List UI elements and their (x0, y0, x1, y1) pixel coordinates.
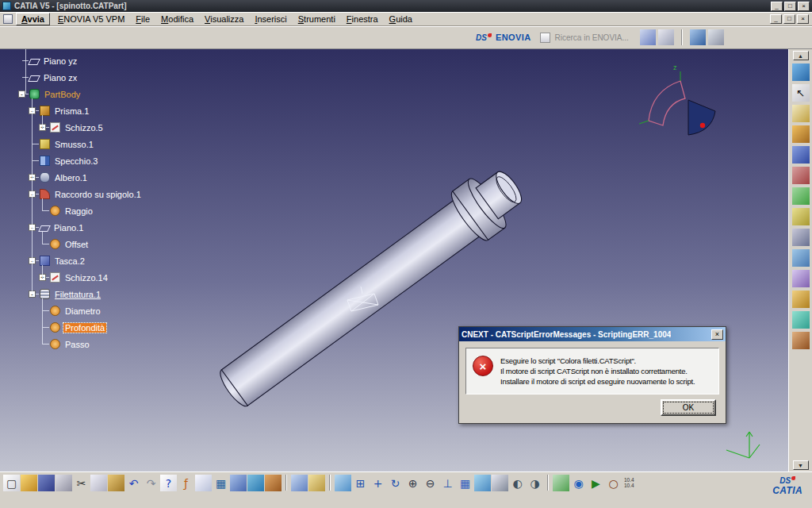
formula-icon[interactable]: ƒ (178, 475, 194, 491)
tree-item[interactable]: Profondità (29, 319, 143, 336)
menu-modifica[interactable]: Modifica (155, 13, 199, 25)
iso-view-icon[interactable] (474, 475, 491, 491)
menu-visualizza[interactable]: Visualizza (199, 13, 249, 25)
www-icon[interactable]: ◉ (570, 475, 587, 491)
open-folder-icon[interactable] (21, 475, 37, 491)
swap-space-icon[interactable]: ◑ (527, 475, 543, 491)
enovia-transfer-icon[interactable] (690, 29, 706, 45)
title-bar[interactable]: CATIA V5 - [spinotto.CATPart] _ □ × (0, 0, 812, 12)
tree-item[interactable]: Offset (29, 236, 143, 252)
enovia-search-field[interactable]: Ricerca in ENOVIA... (540, 33, 628, 43)
tree-item[interactable]: Diametro (29, 302, 143, 319)
graph-tree-icon[interactable] (553, 475, 569, 491)
minimize-button[interactable]: _ (771, 2, 783, 11)
toolbar-scroll-down-icon[interactable]: ▼ (793, 460, 809, 470)
chamfer-icon[interactable] (792, 208, 810, 225)
save-icon[interactable] (38, 475, 55, 491)
tree-item[interactable]: +Schizzo.14 (29, 269, 143, 286)
enovia-window-icon[interactable] (658, 29, 674, 45)
menu-inserisci[interactable]: Inserisci (249, 13, 292, 25)
new-document-icon[interactable]: ▢ (3, 475, 20, 491)
tree-item[interactable]: -Piano.1 (29, 219, 143, 236)
measure-scale-icon[interactable] (247, 475, 264, 491)
multi-view-icon[interactable]: ▦ (457, 475, 473, 491)
play-icon[interactable]: ▶ (588, 475, 604, 491)
pan-icon[interactable]: + (370, 475, 386, 491)
tree-guide-line (42, 232, 43, 244)
hole-icon[interactable] (792, 229, 810, 246)
tree-item[interactable]: +Albero.1 (29, 169, 143, 186)
view-globe-icon[interactable] (792, 64, 810, 81)
copy-icon[interactable] (90, 475, 107, 491)
tree-item[interactable]: -Raccordo su spigolo.1 (29, 186, 143, 202)
tree-expand-toggle[interactable]: - (18, 90, 25, 98)
catalog-icon[interactable] (792, 332, 810, 349)
zoom-in-icon[interactable]: ⊕ (404, 475, 421, 491)
catalog-book-icon[interactable] (265, 475, 282, 491)
pocket-icon[interactable] (792, 146, 810, 164)
tree-item[interactable]: Piano zx (29, 69, 143, 86)
pattern-icon[interactable] (792, 270, 810, 287)
shaft-icon[interactable] (792, 167, 810, 184)
fit-all-icon[interactable]: ⊞ (352, 475, 369, 491)
maximize-button[interactable]: □ (784, 2, 796, 11)
ruler-icon[interactable] (308, 475, 325, 491)
tree-item[interactable]: -Filettatura.1 (29, 286, 143, 302)
paste-icon[interactable] (108, 475, 124, 491)
zoom-out-icon[interactable]: ⊖ (422, 475, 439, 491)
sketcher-icon[interactable] (792, 105, 810, 122)
design-table-icon[interactable]: ▦ (213, 475, 229, 491)
dialog-title-bar[interactable]: CNEXT - CATScriptErrorMessages - Scripti… (459, 327, 726, 341)
tree-item[interactable]: -Tasca.2 (29, 252, 143, 269)
tree-item[interactable]: Raggio (29, 202, 143, 219)
menu-avvia[interactable]: Avvia (16, 13, 50, 25)
mdi-restore-button[interactable]: □ (783, 14, 795, 24)
search-option-icon[interactable] (540, 33, 550, 43)
menu-enovia-v5-vpm[interactable]: ENOVIA V5 VPM (52, 13, 130, 25)
view-compass[interactable]: z (639, 64, 715, 135)
structure-icon[interactable] (230, 475, 247, 491)
menu-strumenti[interactable]: Strumenti (293, 13, 341, 25)
redo-icon[interactable]: ↷ (143, 475, 159, 491)
toolbar-scroll-up-icon[interactable]: ▲ (793, 51, 809, 60)
tree-branch-line (33, 160, 39, 161)
fillet-icon[interactable] (792, 187, 810, 205)
tree-item[interactable]: Piano yz (29, 52, 143, 69)
menu-guida[interactable]: Guida (384, 13, 418, 25)
enovia-advanced-search-icon[interactable] (640, 29, 656, 45)
mdi-close-button[interactable]: × (797, 14, 809, 24)
select-arrow-icon[interactable]: ↖ (792, 84, 810, 102)
hide-show-icon[interactable]: ◐ (509, 475, 526, 491)
fly-mode-icon[interactable] (335, 475, 351, 491)
compass-tool-icon[interactable]: ○ (605, 475, 622, 491)
document-system-icon[interactable] (3, 14, 13, 24)
tree-item[interactable]: +Schizzo.5 (29, 119, 143, 136)
mirror-icon[interactable] (792, 249, 810, 267)
menu-file[interactable]: File (130, 13, 155, 25)
compass-handle-dot[interactable] (700, 123, 705, 128)
ok-button[interactable]: OK (661, 399, 716, 416)
tree-item[interactable]: Passo (29, 336, 143, 352)
tree-item[interactable]: -Prisma.1 (29, 102, 143, 119)
tree-item[interactable]: Smusso.1 (29, 136, 143, 152)
viewport-3d[interactable]: z Piano yzPiano zx-PartBody-Prisma.1+Sch… (0, 49, 788, 471)
mdi-minimize-button[interactable]: _ (770, 14, 782, 24)
measure-icon[interactable] (792, 291, 810, 308)
normal-view-icon[interactable]: ⊥ (439, 475, 456, 491)
dialog-close-icon[interactable]: × (711, 329, 723, 340)
rotate-icon[interactable]: ↻ (387, 475, 404, 491)
axis-system-icon[interactable] (792, 311, 810, 329)
tree-item[interactable]: -PartBody (29, 86, 143, 102)
undo-icon[interactable]: ↶ (125, 475, 142, 491)
chat-icon[interactable] (195, 475, 212, 491)
print-icon[interactable] (56, 475, 72, 491)
shading-icon[interactable] (492, 475, 508, 491)
close-button[interactable]: × (798, 2, 810, 11)
enovia-sync-icon[interactable] (708, 29, 724, 45)
cut-icon[interactable]: ✂ (73, 475, 90, 491)
context-help-icon[interactable]: ? (160, 475, 177, 491)
pad-icon[interactable] (792, 125, 810, 143)
exploded-view-icon[interactable] (291, 475, 308, 491)
menu-finestra[interactable]: Finestra (341, 13, 384, 25)
tree-item[interactable]: Specchio.3 (29, 152, 143, 169)
